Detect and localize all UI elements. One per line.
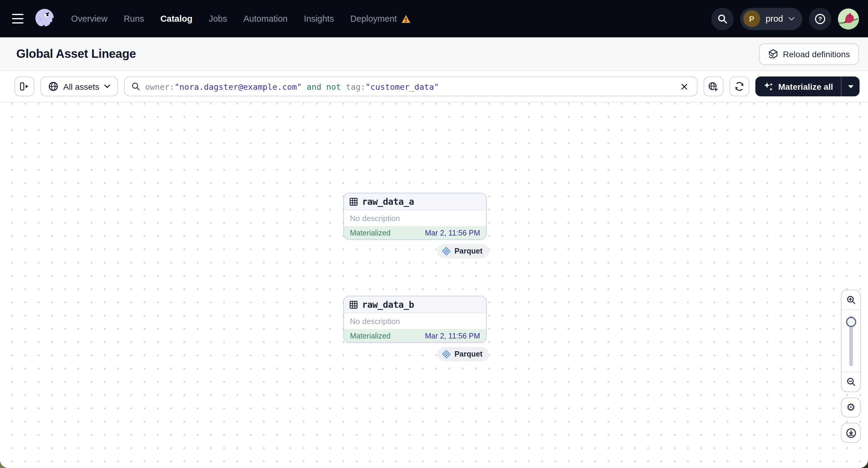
query-operator: and not [302,82,346,91]
asset-description: No description [344,210,486,226]
zoom-slider[interactable] [841,310,860,372]
deployment-switcher[interactable]: P prod [740,7,802,30]
asset-node-raw-data-b[interactable]: raw_data_b No description Materialized M… [343,296,487,343]
graph-settings-button[interactable]: ⚙ [841,398,861,417]
user-avatar-image [838,8,859,29]
zoom-in-icon [846,295,856,305]
globe-icon [48,81,58,92]
tag-label: Parquet [455,247,483,255]
parquet-icon [442,247,451,255]
asset-scope-label: All assets [63,82,99,91]
nav-item-deployment[interactable]: Deployment [350,14,411,24]
nav-item-automation[interactable]: Automation [243,14,288,24]
status-badge: Materialized [350,332,391,340]
help-icon: ? [814,13,826,24]
reload-definitions-label: Reload definitions [783,49,850,59]
materialization-timestamp: Mar 2, 11:56 PM [425,332,480,340]
dagster-app-window: Overview Runs Catalog Jobs Automation In… [0,0,868,468]
scaled-viewport: Overview Runs Catalog Jobs Automation In… [0,0,868,468]
clear-filter-button[interactable] [677,79,691,94]
query-value-tag: "customer_data" [365,82,439,91]
hamburger-menu-button[interactable] [6,7,29,30]
chevron-down-icon [788,17,795,21]
svg-text:?: ? [818,15,822,22]
asset-status-row: Materialized Mar 2, 11:56 PM [344,329,486,342]
filter-query-text[interactable]: owner:"nora.dagster@example.com" and not… [145,82,672,91]
refresh-button[interactable] [730,76,749,96]
zoom-out-button[interactable] [841,372,860,392]
search-icon [131,82,141,91]
zoom-out-icon [846,377,856,387]
materialization-timestamp: Mar 2, 11:56 PM [425,228,480,237]
top-nav-bar: Overview Runs Catalog Jobs Automation In… [0,0,868,37]
zoom-control-group [841,290,861,392]
deployment-name: prod [766,14,783,24]
gear-icon: ⚙ [846,402,856,413]
asset-scope-selector[interactable]: All assets [40,76,118,96]
parquet-icon [442,350,451,358]
materialize-all-split-button: Materialize all [755,76,860,96]
asset-node-group-raw-data-b: raw_data_b No description Materialized M… [343,296,487,343]
lineage-canvas[interactable]: raw_data_a No description Materialized M… [0,102,868,468]
help-button[interactable]: ? [809,7,831,30]
sparkles-icon [763,81,773,92]
asset-tag-parquet[interactable]: Parquet [438,244,489,258]
nav-item-insights[interactable]: Insights [304,14,334,24]
asset-description: No description [344,313,486,329]
hamburger-icon [12,13,23,15]
panel-expand-icon [19,81,30,92]
query-key-owner: owner: [145,82,175,91]
materialize-all-button[interactable]: Materialize all [755,76,841,96]
open-sidebar-panel-button[interactable] [14,76,34,96]
download-icon [845,427,856,438]
page-header: Global Asset Lineage Reload definitions [0,37,868,71]
page-title: Global Asset Lineage [16,47,136,61]
deployment-initial-badge: P [743,10,760,27]
new-asset-selection-button[interactable] [704,76,723,96]
asset-name: raw_data_a [362,196,414,207]
reload-definitions-icon [768,49,778,59]
chevron-down-icon [104,84,110,89]
nav-item-catalog[interactable]: Catalog [160,14,192,24]
dagster-octopus-icon [34,8,55,30]
primary-navigation: Overview Runs Catalog Jobs Automation In… [71,14,411,24]
nav-item-jobs[interactable]: Jobs [209,14,227,24]
asset-filter-input[interactable]: owner:"nora.dagster@example.com" and not… [124,76,698,96]
tag-label: Parquet [455,350,483,358]
asset-node-header: raw_data_a [344,193,486,210]
search-icon [717,13,727,24]
caret-down-icon [848,85,853,88]
materialize-options-button[interactable] [841,76,860,96]
asset-status-row: Materialized Mar 2, 11:56 PM [344,226,486,239]
asset-node-raw-data-a[interactable]: raw_data_a No description Materialized M… [343,193,487,240]
status-badge: Materialized [350,228,391,237]
nav-item-overview[interactable]: Overview [71,14,107,24]
download-graph-button[interactable] [841,423,861,443]
query-key-tag: tag: [346,82,365,91]
asset-tag-parquet[interactable]: Parquet [438,347,489,362]
table-icon [349,197,358,206]
global-search-button[interactable] [711,7,734,30]
zoom-in-button[interactable] [841,290,860,310]
nav-item-runs[interactable]: Runs [124,14,144,24]
zoom-slider-handle[interactable] [846,317,856,327]
dagster-logo[interactable] [33,7,57,31]
close-icon [680,82,688,91]
materialize-all-label: Materialize all [778,82,833,91]
reload-definitions-button[interactable]: Reload definitions [759,43,859,65]
table-icon [349,300,358,309]
user-avatar[interactable] [838,8,859,29]
asset-node-group-raw-data-a: raw_data_a No description Materialized M… [343,193,487,240]
asset-node-header: raw_data_b [344,297,486,313]
asset-name: raw_data_b [362,299,414,310]
query-value-owner: "nora.dagster@example.com" [175,82,302,91]
canvas-controls: ⚙ [841,290,861,443]
top-nav-right-cluster: P prod ? [711,7,859,30]
lineage-toolbar: All assets owner:"nora.dagster@example.c… [0,71,868,102]
refresh-icon [734,81,745,92]
globe-plus-icon [708,81,719,92]
warning-triangle-icon [401,14,411,23]
